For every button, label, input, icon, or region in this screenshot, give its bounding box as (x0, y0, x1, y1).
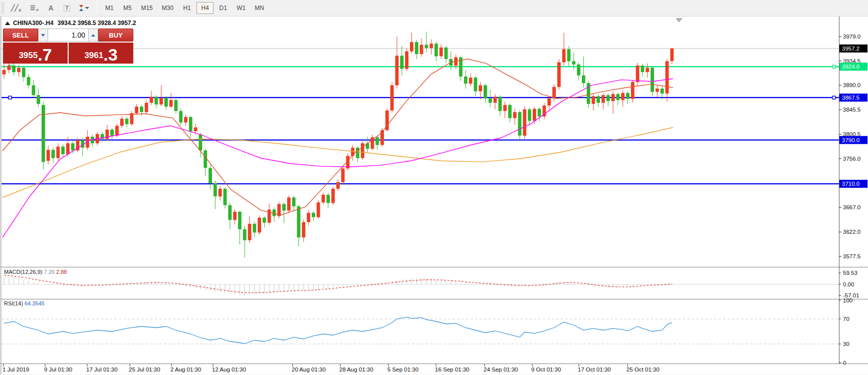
buy-button[interactable]: BUY (98, 29, 133, 42)
sell-button[interactable]: SELL (3, 29, 38, 42)
time-label: 17 Oct 01:30 (578, 366, 611, 372)
time-label: 2 Aug 01:30 (170, 366, 201, 372)
svg-text:3890.0: 3890.0 (843, 82, 860, 88)
trading-terminal-window: ╱╱E ☰F A T M1M5M15M30H1H4D1W1MN 3979.039… (0, 0, 868, 375)
macd-main-value: 7.26 (44, 269, 54, 275)
svg-text:3756.0: 3756.0 (843, 156, 860, 162)
svg-text:3957.2: 3957.2 (842, 46, 859, 52)
time-label: 12 Aug 01:30 (212, 366, 246, 372)
hline-handle (832, 65, 835, 68)
svg-text:3667.0: 3667.0 (843, 204, 860, 210)
svg-text:0: 0 (843, 360, 846, 366)
time-label: 25 Jul 01:30 (129, 366, 160, 372)
time-label: 17 Jul 01:30 (86, 366, 118, 372)
buy-price-display: 3961.3 (69, 43, 133, 64)
svg-text:59.53: 59.53 (843, 270, 857, 276)
macd-signal-value: 2.88 (56, 269, 67, 275)
time-label: 20 Aug 01:30 (292, 366, 326, 372)
rsi-label: RSI(14) 64.3545 (4, 300, 45, 306)
title-ohlc-values: 3934.2 3958.5 3928.4 3957.2 (58, 20, 136, 27)
rsi-value: 64.3545 (25, 300, 45, 306)
time-label: 16 Sep 01:30 (435, 366, 469, 372)
svg-text:3622.0: 3622.0 (843, 229, 860, 235)
sell-price-display: 3955.7 (3, 43, 68, 64)
spin-up-icon (91, 34, 95, 37)
svg-text:3790.0: 3790.0 (842, 137, 859, 143)
volume-decrease-button[interactable] (38, 29, 48, 42)
spin-down-icon (41, 34, 45, 37)
svg-text:3979.0: 3979.0 (843, 34, 860, 40)
volume-increase-button[interactable] (88, 29, 98, 42)
macd-label: MACD(12,26,9) 7.26 2.88 (4, 269, 67, 275)
time-label: 28 Aug 01:30 (339, 366, 373, 372)
time-label: 9 Oct 01:30 (531, 366, 561, 372)
svg-text:0.00: 0.00 (843, 281, 854, 287)
svg-text:100: 100 (843, 297, 852, 303)
symbol-arrow-icon (5, 22, 10, 25)
svg-text:3924.0: 3924.0 (842, 64, 859, 70)
hline-handle (9, 96, 12, 99)
svg-text:3845.5: 3845.5 (843, 107, 860, 113)
svg-text:3867.5: 3867.5 (842, 95, 859, 101)
svg-text:70: 70 (843, 316, 849, 322)
time-label: 5 Sep 01:30 (387, 366, 418, 372)
svg-text:3577.5: 3577.5 (843, 253, 860, 259)
symbol-name: CHINA300-.H4 (13, 20, 54, 27)
svg-text:3710.0: 3710.0 (842, 181, 859, 187)
time-label: 1 Jul 2019 (3, 366, 29, 372)
svg-text:30: 30 (843, 341, 849, 347)
one-click-trade-panel: SELL BUY 3955.7 3961.3 (3, 29, 133, 64)
chart-title: CHINA300-.H4 3934.2 3958.5 3928.4 3957.2 (5, 20, 136, 27)
volume-input[interactable] (48, 29, 88, 42)
hline-handle (832, 96, 835, 99)
time-label: 24 Sep 01:30 (484, 366, 518, 372)
time-label: 9 Jul 01:30 (44, 366, 72, 372)
time-label: 25 Oct 01:30 (626, 366, 660, 372)
